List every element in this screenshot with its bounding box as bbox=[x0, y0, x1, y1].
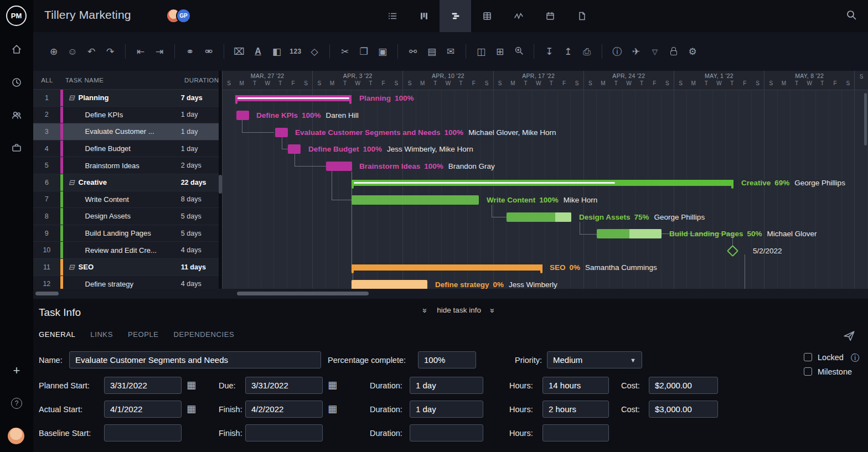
task-row-brainstorm-ideas[interactable]: 5 Brainstorm Ideas 2 days bbox=[33, 157, 219, 174]
info-icon[interactable]: ⓘ bbox=[608, 47, 627, 56]
percentage-complete-input[interactable] bbox=[418, 351, 476, 368]
gantt-bar-evaluate-customer[interactable] bbox=[275, 128, 288, 137]
gantt-bar-define-kpis[interactable] bbox=[236, 111, 249, 120]
task-row-seo[interactable]: 11 SEO 11 days bbox=[33, 259, 219, 276]
calendar-icon[interactable]: ▦ bbox=[328, 380, 337, 390]
actual-start-input[interactable] bbox=[104, 401, 182, 418]
outdent-icon[interactable]: ⇤ bbox=[131, 47, 150, 56]
gantt-bar-brainstorm-ideas[interactable] bbox=[326, 162, 352, 171]
collapse-icon[interactable] bbox=[69, 93, 79, 102]
notes-icon[interactable]: ▤ bbox=[422, 47, 441, 56]
share-icon[interactable]: ✈ bbox=[627, 47, 645, 56]
filter-icon[interactable]: ▽ bbox=[645, 48, 664, 55]
baseline-hours-input[interactable] bbox=[542, 424, 609, 441]
tab-board-view[interactable] bbox=[408, 0, 440, 32]
tab-calendar-view[interactable] bbox=[534, 0, 566, 32]
calendar-icon[interactable]: ▦ bbox=[187, 380, 196, 390]
locked-checkbox[interactable] bbox=[804, 353, 812, 361]
gantt-horizontal-scrollbar[interactable] bbox=[237, 292, 369, 295]
delete-icon[interactable]: ⌧ bbox=[230, 47, 249, 56]
help-icon[interactable]: ? bbox=[0, 394, 33, 413]
column-duration[interactable]: DURATION bbox=[184, 77, 219, 84]
unlink-tasks-icon[interactable]: ⚮ bbox=[199, 47, 218, 56]
gantt-bar-seo[interactable] bbox=[352, 264, 542, 271]
milestone-icon[interactable]: ◇ bbox=[305, 47, 324, 56]
redo-icon[interactable]: ↷ bbox=[101, 47, 120, 56]
zoom-icon[interactable] bbox=[509, 46, 528, 57]
planned-start-input[interactable] bbox=[104, 377, 182, 394]
duration-input[interactable] bbox=[410, 377, 483, 394]
task-row-build-landing-pages[interactable]: 9 Build Landing Pages 5 days bbox=[33, 225, 219, 242]
task-row-review-and-edit[interactable]: 10 Review and Edit Cre... 4 days bbox=[33, 242, 219, 259]
tab-gantt-view[interactable] bbox=[440, 0, 471, 32]
baseline-start-input[interactable] bbox=[104, 424, 182, 441]
import-icon[interactable]: ↧ bbox=[540, 47, 559, 56]
settings-gear-icon[interactable]: ⚙ bbox=[683, 47, 702, 56]
tab-dependencies[interactable]: DEPENDENCIES bbox=[174, 330, 235, 339]
tab-links[interactable]: LINKS bbox=[90, 330, 113, 339]
tab-sheet-view[interactable] bbox=[471, 0, 503, 32]
attachment-icon[interactable]: ⚯ bbox=[404, 47, 422, 56]
finish-input[interactable] bbox=[245, 401, 323, 418]
copy-icon[interactable]: ❐ bbox=[354, 47, 373, 56]
paste-icon[interactable]: ▣ bbox=[373, 47, 392, 56]
gantt-bar-build-landing-pages[interactable] bbox=[597, 229, 662, 238]
lock-icon[interactable] bbox=[664, 46, 683, 57]
gantt-vertical-scrollbar[interactable] bbox=[864, 93, 867, 146]
tab-list-view[interactable] bbox=[376, 0, 408, 32]
due-input[interactable] bbox=[245, 377, 323, 394]
task-row-planning[interactable]: 1 Planning 7 days bbox=[33, 90, 219, 107]
collapse-icon[interactable] bbox=[69, 178, 79, 186]
font-color-icon[interactable]: A bbox=[249, 47, 267, 56]
task-row-write-content[interactable]: 7 Write Content 8 days bbox=[33, 191, 219, 209]
cost-input[interactable] bbox=[649, 377, 718, 394]
indent-icon[interactable]: ⇥ bbox=[150, 47, 169, 56]
user-avatar[interactable] bbox=[8, 428, 24, 444]
actual-cost-input[interactable] bbox=[649, 401, 718, 418]
tab-general[interactable]: GENERAL bbox=[39, 330, 75, 339]
gantt-bar-creative[interactable] bbox=[352, 180, 733, 186]
table-icon[interactable]: ⊞ bbox=[490, 47, 509, 56]
task-row-creative[interactable]: 6 Creative 22 days bbox=[33, 174, 219, 191]
calendar-icon[interactable]: ▦ bbox=[187, 404, 196, 414]
gantt-bar-planning[interactable] bbox=[235, 95, 352, 101]
undo-icon[interactable]: ↶ bbox=[82, 47, 101, 56]
team-icon[interactable] bbox=[0, 106, 33, 124]
link-tasks-icon[interactable]: ⚭ bbox=[180, 47, 199, 56]
locked-info-icon[interactable]: ⓘ bbox=[851, 352, 860, 364]
task-row-define-kpis[interactable]: 2 Define KPIs 1 day bbox=[33, 107, 219, 124]
cut-icon[interactable]: ✂ bbox=[335, 47, 354, 56]
grid-horizontal-scrollbar[interactable] bbox=[35, 292, 59, 295]
panel-resize-handle[interactable] bbox=[219, 175, 222, 194]
hide-task-info-toggle[interactable]: » hide task info » bbox=[423, 305, 494, 315]
add-icon[interactable]: + bbox=[0, 361, 33, 380]
column-task-name[interactable]: TASK NAME bbox=[61, 77, 184, 84]
task-row-define-budget[interactable]: 4 Define Budget 1 day bbox=[33, 141, 219, 158]
numbering-icon[interactable]: 123 bbox=[286, 48, 305, 55]
columns-icon[interactable]: ◫ bbox=[472, 47, 490, 56]
tab-activity-view[interactable] bbox=[503, 0, 534, 32]
name-input[interactable] bbox=[69, 351, 321, 368]
home-icon[interactable] bbox=[0, 40, 33, 59]
member-avatar-badge[interactable]: GP bbox=[176, 8, 191, 23]
portfolio-icon[interactable] bbox=[0, 138, 33, 157]
calendar-icon[interactable]: ▦ bbox=[328, 404, 337, 414]
send-plane-icon[interactable] bbox=[843, 330, 855, 344]
actual-duration-input[interactable] bbox=[410, 401, 483, 418]
column-all[interactable]: ALL bbox=[33, 77, 61, 84]
actual-hours-input[interactable] bbox=[542, 401, 609, 418]
export-icon[interactable]: ↥ bbox=[559, 47, 577, 56]
gantt-bar-define-budget[interactable] bbox=[288, 144, 301, 154]
fill-color-icon[interactable]: ◧ bbox=[267, 47, 286, 56]
assign-user-icon[interactable]: ☺ bbox=[63, 47, 82, 56]
member-avatars[interactable]: GP bbox=[166, 8, 191, 24]
baseline-duration-input[interactable] bbox=[410, 424, 483, 441]
task-row-design-assets[interactable]: 8 Design Assets 5 days bbox=[33, 208, 219, 225]
baseline-finish-input[interactable] bbox=[245, 424, 323, 441]
search-icon[interactable] bbox=[846, 9, 857, 23]
task-row-define-strategy[interactable]: 12 Define strategy 4 days bbox=[33, 276, 219, 289]
recent-clock-icon[interactable] bbox=[0, 73, 33, 92]
gantt-bar-write-content[interactable] bbox=[352, 195, 479, 205]
milestone-diamond[interactable] bbox=[727, 245, 738, 257]
print-icon[interactable]: ⎙ bbox=[577, 47, 596, 56]
